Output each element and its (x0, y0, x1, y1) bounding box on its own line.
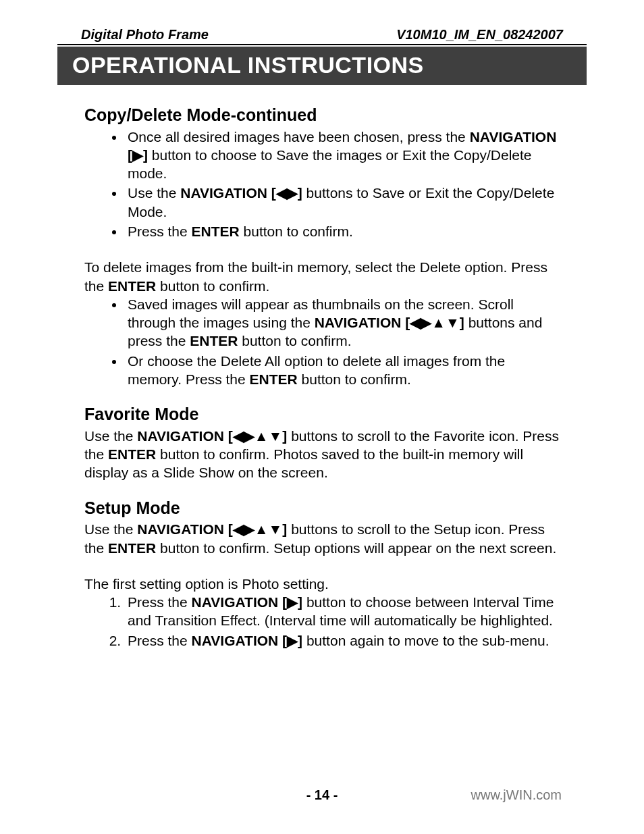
enter-label: ENTER (190, 333, 238, 348)
paragraph: Use the NAVIGATION [◀▶▲▼] buttons to scr… (84, 427, 560, 482)
list-item: Press the ENTER button to confirm. (125, 222, 560, 240)
nav-right-icon: NAVIGATION [▶] (192, 594, 303, 610)
footer-url: www.jWIN.com (471, 787, 562, 803)
nav-all-icon: NAVIGATION [◀▶▲▼] (315, 315, 464, 330)
enter-label: ENTER (250, 371, 298, 387)
enter-label: ENTER (192, 224, 240, 239)
nav-right-icon: NAVIGATION [▶] (192, 633, 303, 648)
paragraph: The first setting option is Photo settin… (84, 575, 560, 593)
list-item: Press the NAVIGATION [▶] button to choos… (125, 593, 560, 630)
list-item: Press the NAVIGATION [▶] button again to… (125, 631, 560, 650)
bullet-list: Once all desired images have been chosen… (84, 128, 560, 241)
header-right: V10M10_IM_EN_08242007 (396, 27, 563, 43)
list-item: Saved images will appear as thumbnails o… (125, 295, 560, 350)
list-item: Use the NAVIGATION [◀▶] buttons to Save … (125, 184, 560, 221)
paragraph: Use the NAVIGATION [◀▶▲▼] buttons to scr… (84, 520, 560, 557)
nav-all-icon: NAVIGATION [◀▶▲▼] (137, 428, 287, 444)
list-item: Once all desired images have been chosen… (125, 128, 560, 183)
header-left: Digital Photo Frame (81, 27, 209, 43)
page-header: Digital Photo Frame V10M10_IM_EN_0824200… (57, 27, 587, 45)
nav-all-icon: NAVIGATION [◀▶▲▼] (137, 521, 287, 537)
page-footer: - 14 - www.jWIN.com (0, 787, 644, 803)
paragraph: To delete images from the built-in memor… (84, 258, 560, 295)
list-item: Or choose the Delete All option to delet… (125, 352, 560, 389)
section-banner: OPERATIONAL INSTRUCTIONS (57, 47, 587, 85)
heading-copy-delete: Copy/Delete Mode-continued (84, 104, 560, 126)
page-number: - 14 - (306, 787, 338, 803)
body-content: Copy/Delete Mode-continued Once all desi… (64, 85, 580, 650)
numbered-list: Press the NAVIGATION [▶] button to choos… (84, 593, 560, 650)
heading-setup: Setup Mode (84, 497, 560, 519)
nav-left-right-icon: NAVIGATION [◀▶] (180, 185, 302, 201)
document-page: Digital Photo Frame V10M10_IM_EN_0824200… (0, 0, 644, 834)
enter-label: ENTER (108, 540, 156, 556)
heading-favorite: Favorite Mode (84, 403, 560, 425)
enter-label: ENTER (108, 278, 156, 294)
enter-label: ENTER (108, 446, 156, 462)
bullet-list: Saved images will appear as thumbnails o… (84, 295, 560, 388)
